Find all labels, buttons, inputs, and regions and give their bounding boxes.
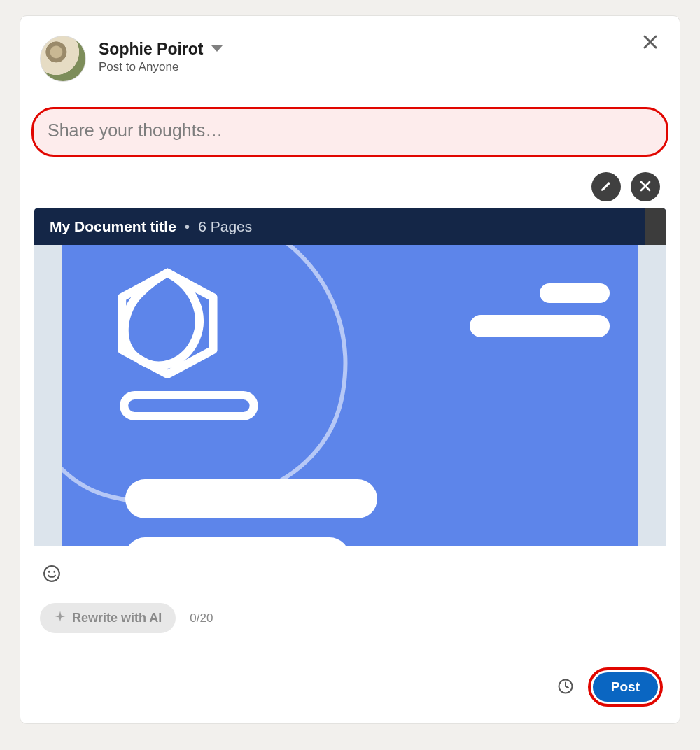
post-button[interactable]: Post xyxy=(593,672,658,702)
document-canvas xyxy=(34,245,666,546)
svg-rect-0 xyxy=(124,395,253,416)
emoji-icon xyxy=(43,565,61,585)
svg-point-3 xyxy=(53,570,55,572)
document-title: My Document title xyxy=(50,218,176,235)
clock-icon xyxy=(557,678,574,697)
rewrite-with-ai-button[interactable]: Rewrite with AI xyxy=(40,603,176,633)
document-slide xyxy=(62,245,638,546)
author-name: Sophie Poirot xyxy=(99,40,204,59)
emoji-row xyxy=(20,546,680,590)
document-pages: 6 Pages xyxy=(198,218,252,235)
post-label: Post xyxy=(611,679,640,694)
chevron-down-icon xyxy=(211,43,223,56)
author-meta[interactable]: Sophie Poirot Post to Anyone xyxy=(99,36,223,74)
audience-label: Post to Anyone xyxy=(99,60,223,74)
document-preview[interactable]: My Document title • 6 Pages xyxy=(34,208,666,546)
separator-dot: • xyxy=(185,218,190,235)
emoji-button[interactable] xyxy=(41,564,62,585)
pencil-icon xyxy=(600,180,612,194)
document-header: My Document title • 6 Pages xyxy=(34,208,666,245)
rewrite-counter: 0/20 xyxy=(190,611,213,625)
close-icon xyxy=(642,34,659,52)
svg-point-1 xyxy=(44,566,59,581)
post-highlight: Post xyxy=(588,667,663,707)
sparkle-icon xyxy=(54,610,66,626)
rewrite-row: Rewrite with AI 0/20 xyxy=(20,590,680,653)
avatar xyxy=(40,36,86,82)
svg-point-2 xyxy=(48,570,50,572)
post-composer-modal: Sophie Poirot Post to Anyone xyxy=(20,15,680,724)
rewrite-label: Rewrite with AI xyxy=(72,611,162,625)
close-button[interactable] xyxy=(639,31,662,54)
close-icon xyxy=(639,180,652,194)
schedule-button[interactable] xyxy=(556,677,575,697)
compose-highlight xyxy=(31,107,668,157)
edit-media-button[interactable] xyxy=(592,172,621,201)
composer-header: Sophie Poirot Post to Anyone xyxy=(20,16,680,89)
media-actions xyxy=(20,157,680,208)
remove-media-button[interactable] xyxy=(631,172,660,201)
composer-footer: Post xyxy=(20,653,680,723)
compose-input[interactable] xyxy=(48,120,652,141)
